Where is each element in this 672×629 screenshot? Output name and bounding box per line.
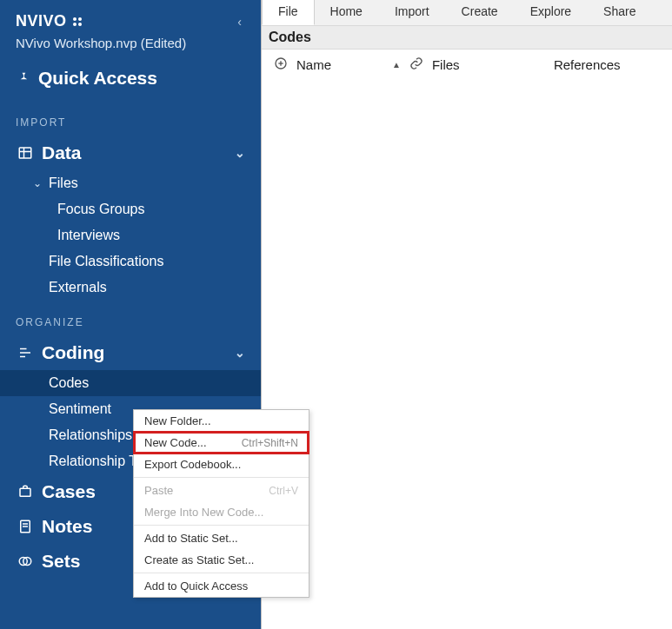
section-organize-label: ORGANIZE	[0, 301, 261, 335]
ctx-item-label: New Code...	[144, 436, 207, 449]
chevron-down-icon: ⌄	[235, 146, 245, 160]
ctx-item-accel: Ctrl+V	[269, 485, 298, 497]
ribbon-tab-share[interactable]: Share	[588, 0, 652, 25]
tree-node-files-label: Files	[49, 175, 78, 191]
column-header-name[interactable]: Name	[296, 57, 383, 72]
ribbon-tab-label: Share	[603, 4, 635, 18]
ribbon-tab-label: Import	[395, 4, 429, 18]
tree-node-file-classifications[interactable]: File Classifications	[0, 248, 261, 275]
column-header-label: Name	[296, 57, 331, 72]
ribbon-tab-import[interactable]: Import	[379, 0, 446, 25]
tree-node-files[interactable]: ⌄ Files	[0, 170, 261, 196]
column-header-references[interactable]: References	[554, 57, 621, 72]
link-icon	[409, 56, 423, 73]
ctx-create-as-static-set[interactable]: Create as Static Set...	[134, 549, 309, 571]
tree-node-cases-label: Cases	[42, 481, 96, 502]
svg-rect-0	[19, 148, 31, 158]
app-logo: NVIVO	[16, 12, 84, 30]
ctx-paste: Paste Ctrl+V	[134, 480, 309, 501]
ctx-item-accel: Ctrl+Shift+N	[242, 437, 298, 449]
sets-icon	[16, 553, 35, 570]
ribbon-tab-file[interactable]: File	[262, 0, 315, 25]
chevron-down-icon: ⌄	[31, 177, 43, 189]
main-panel: File Home Import Create Explore Share Co…	[261, 0, 672, 629]
ctx-merge-into-new-code: Merge Into New Code...	[134, 501, 309, 523]
quick-access-label: Quick Access	[38, 68, 157, 89]
tree-node-coding-label: Coding	[42, 342, 104, 363]
ctx-separator	[134, 525, 309, 526]
column-header-label: Files	[432, 57, 460, 72]
ribbon-tabs: File Home Import Create Explore Share	[262, 0, 672, 26]
sort-asc-icon: ▲	[392, 60, 401, 70]
tree-node-sets-label: Sets	[42, 551, 80, 572]
ribbon-tab-explore[interactable]: Explore	[515, 0, 588, 25]
pin-icon	[16, 68, 30, 89]
tree-node-sentiment-label: Sentiment	[49, 401, 111, 417]
ctx-item-label: New Folder...	[144, 414, 211, 427]
tree-node-focus-groups-label: Focus Groups	[57, 202, 144, 217]
app-logo-text: NVIVO	[16, 12, 67, 30]
list-header-row: Name ▲ Files References	[262, 50, 672, 80]
add-icon[interactable]	[274, 56, 288, 73]
tree-node-file-classifications-label: File Classifications	[49, 254, 163, 269]
tree-node-notes-label: Notes	[42, 516, 92, 537]
tree-import: Data ⌄ ⌄ Files Focus Groups Interviews F…	[0, 136, 261, 301]
quick-access-button[interactable]: Quick Access	[0, 56, 261, 101]
project-name-label: NVivo Workshop.nvp (Edited)	[16, 36, 245, 50]
tree-node-relationships-label: Relationships	[49, 427, 132, 443]
ctx-item-label: Add to Quick Access	[144, 579, 248, 593]
tree-node-externals-label: Externals	[49, 280, 107, 295]
chevron-down-icon: ⌄	[235, 346, 245, 360]
column-header-files[interactable]: Files	[432, 57, 545, 72]
logo-dots-icon	[72, 16, 84, 28]
context-menu: New Folder... New Code... Ctrl+Shift+N E…	[133, 409, 309, 598]
ctx-item-label: Add to Static Set...	[144, 532, 238, 545]
tree-node-codes-label: Codes	[49, 375, 89, 391]
ctx-export-codebook[interactable]: Export Codebook...	[134, 454, 309, 475]
data-icon	[16, 144, 35, 162]
collapse-sidebar-button[interactable]: ‹	[234, 13, 245, 30]
ctx-new-folder[interactable]: New Folder...	[134, 410, 309, 432]
sidebar-header: NVIVO ‹ NVivo Workshop.nvp (Edited)	[0, 0, 261, 56]
section-import-label: IMPORT	[0, 101, 261, 136]
ctx-new-code[interactable]: New Code... Ctrl+Shift+N	[134, 432, 309, 454]
tree-node-externals[interactable]: Externals	[0, 275, 261, 301]
ctx-add-to-static-set[interactable]: Add to Static Set...	[134, 527, 309, 549]
notes-icon	[16, 518, 35, 535]
ctx-separator	[134, 477, 309, 478]
ribbon-tab-label: Create	[462, 4, 498, 18]
ctx-item-label: Create as Static Set...	[144, 553, 254, 566]
ctx-item-label: Merge Into New Code...	[144, 506, 263, 519]
ribbon-tab-label: Explore	[530, 4, 571, 18]
ribbon-tab-label: Home	[330, 4, 363, 18]
column-header-label: References	[554, 57, 621, 72]
tree-node-data-label: Data	[42, 142, 82, 163]
tree-node-data[interactable]: Data ⌄	[0, 136, 261, 170]
ribbon-tab-create[interactable]: Create	[446, 0, 515, 25]
ctx-item-label: Export Codebook...	[144, 458, 241, 471]
tree-node-interviews[interactable]: Interviews	[0, 222, 261, 248]
ctx-add-to-quick-access[interactable]: Add to Quick Access	[134, 575, 309, 597]
svg-rect-6	[20, 488, 30, 496]
ribbon-tab-label: File	[278, 4, 298, 18]
tree-node-codes[interactable]: Codes	[0, 370, 261, 396]
coding-icon	[16, 344, 35, 361]
ribbon-tab-home[interactable]: Home	[315, 0, 379, 25]
cases-icon	[16, 483, 35, 500]
ctx-item-label: Paste	[144, 484, 173, 497]
panel-title: Codes	[262, 26, 672, 50]
ctx-separator	[134, 573, 309, 573]
tree-node-focus-groups[interactable]: Focus Groups	[0, 196, 261, 222]
tree-node-interviews-label: Interviews	[57, 228, 120, 243]
tree-node-coding[interactable]: Coding ⌄	[0, 335, 261, 370]
